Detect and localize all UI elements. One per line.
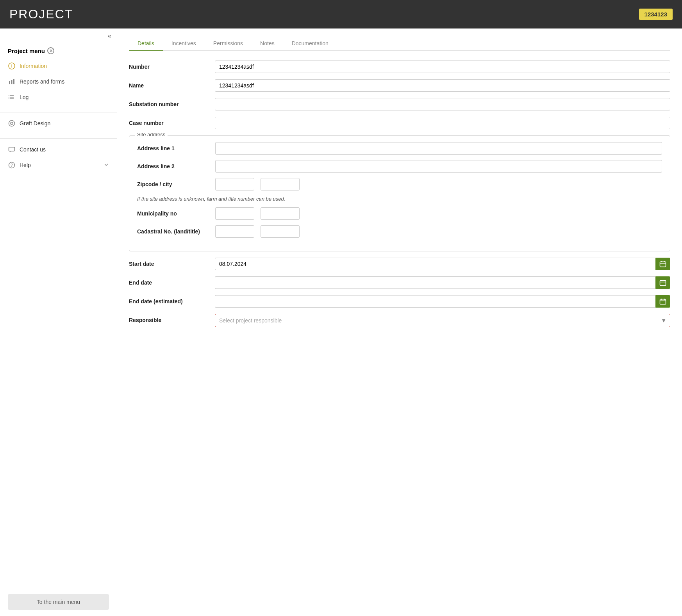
project-menu-header: Project menu ✕ — [0, 43, 117, 58]
number-input[interactable] — [215, 61, 670, 73]
project-id-badge: 1234123 — [639, 9, 673, 20]
address1-input[interactable] — [215, 142, 662, 155]
tab-permissions[interactable]: Permissions — [205, 36, 252, 51]
sidebar-divider-2 — [0, 138, 117, 139]
municipality-input2[interactable] — [261, 207, 300, 220]
message-icon — [8, 146, 16, 153]
name-input[interactable] — [215, 79, 670, 92]
project-menu-close-icon[interactable]: ✕ — [47, 47, 54, 54]
svg-rect-4 — [13, 79, 14, 84]
end-date-calendar-button[interactable] — [655, 276, 670, 289]
end-date-input[interactable] — [215, 276, 655, 289]
main-layout: « Project menu ✕ i Information — [0, 28, 682, 616]
zipcode-input[interactable] — [215, 178, 254, 190]
app-title: PROJECT — [9, 7, 73, 21]
cadastral-row: Cadastral No. (land/title) — [137, 225, 662, 238]
chevron-down-icon — [104, 162, 109, 169]
address1-label: Address line 1 — [137, 142, 215, 151]
sidebar-item-information-label: Information — [20, 63, 47, 69]
sidebar-item-contact-label: Contact us — [20, 146, 46, 153]
end-date-label: End date — [129, 276, 215, 286]
content-area: Details Incentives Permissions Notes Doc… — [117, 28, 682, 616]
responsible-select[interactable]: Select project responsible — [215, 314, 670, 327]
svg-point-12 — [11, 122, 13, 125]
tab-documentation[interactable]: Documentation — [283, 36, 337, 51]
info-icon: i — [8, 62, 16, 70]
question-icon: ? — [8, 161, 16, 169]
end-date-estimated-wrapper — [215, 295, 670, 308]
sidebar-item-information[interactable]: i Information — [0, 58, 117, 74]
svg-point-8 — [9, 95, 9, 96]
sidebar-item-help-label: Help — [20, 162, 31, 168]
start-date-calendar-button[interactable] — [655, 258, 670, 270]
cadastral-input2[interactable] — [261, 225, 300, 238]
secondary-menu-section: Grøft Design — [0, 116, 117, 135]
bottom-menu-section: Contact us ? Help — [0, 142, 117, 177]
svg-point-11 — [9, 121, 15, 126]
svg-rect-13 — [9, 147, 15, 151]
sidebar-item-reports-forms[interactable]: Reports and forms — [0, 74, 117, 89]
zipcode-label: Zipcode / city — [137, 178, 215, 187]
tab-details[interactable]: Details — [129, 36, 163, 51]
tab-incentives[interactable]: Incentives — [163, 36, 205, 51]
sidebar-bottom: To the main menu — [0, 588, 117, 616]
tab-notes[interactable]: Notes — [252, 36, 283, 51]
substation-label: Substation number — [129, 98, 215, 107]
svg-text:?: ? — [11, 163, 13, 167]
sidebar-item-log-label: Log — [20, 94, 29, 100]
svg-rect-2 — [9, 81, 10, 84]
end-date-estimated-calendar-button[interactable] — [655, 295, 670, 308]
svg-point-10 — [9, 98, 9, 99]
start-date-input[interactable] — [215, 258, 655, 270]
circle-icon — [8, 119, 16, 127]
svg-rect-3 — [11, 80, 12, 84]
substation-row: Substation number — [129, 98, 670, 110]
responsible-select-wrapper: Select project responsible ▼ — [215, 314, 670, 327]
app-header: PROJECT 1234123 — [0, 0, 682, 28]
municipality-label: Municipality no — [137, 207, 215, 217]
site-address-section: Site address Address line 1 Address line… — [129, 135, 670, 251]
sidebar: « Project menu ✕ i Information — [0, 28, 117, 616]
address2-row: Address line 2 — [137, 160, 662, 173]
case-number-row: Case number — [129, 117, 670, 129]
substation-input[interactable] — [215, 98, 670, 110]
address2-input[interactable] — [215, 160, 662, 173]
responsible-row: Responsible Select project responsible ▼ — [129, 314, 670, 327]
address2-label: Address line 2 — [137, 160, 215, 169]
number-row: Number — [129, 61, 670, 73]
sidebar-item-contact-us[interactable]: Contact us — [0, 142, 117, 157]
cadastral-label: Cadastral No. (land/title) — [137, 225, 215, 235]
sidebar-item-grøft-design-label: Grøft Design — [20, 120, 50, 126]
svg-rect-16 — [660, 262, 666, 267]
zipcode-row: Zipcode / city — [137, 178, 662, 190]
sidebar-item-log[interactable]: Log — [0, 89, 117, 105]
end-date-row: End date — [129, 276, 670, 289]
city-input[interactable] — [261, 178, 300, 190]
svg-point-9 — [9, 97, 9, 98]
svg-rect-24 — [660, 299, 666, 304]
start-date-row: Start date — [129, 258, 670, 270]
sidebar-divider-1 — [0, 112, 117, 112]
end-date-estimated-label: End date (estimated) — [129, 295, 215, 304]
municipality-row: Municipality no — [137, 207, 662, 220]
cadastral-input1[interactable] — [215, 225, 254, 238]
sidebar-item-help[interactable]: ? Help — [0, 157, 117, 173]
end-date-estimated-row: End date (estimated) — [129, 295, 670, 308]
list-icon — [8, 93, 16, 101]
start-date-wrapper — [215, 258, 670, 270]
responsible-label: Responsible — [129, 314, 215, 323]
case-number-input[interactable] — [215, 117, 670, 129]
number-label: Number — [129, 61, 215, 70]
svg-rect-20 — [660, 281, 666, 286]
end-date-wrapper — [215, 276, 670, 289]
end-date-estimated-input[interactable] — [215, 295, 655, 308]
municipality-input1[interactable] — [215, 207, 254, 220]
site-address-legend: Site address — [135, 132, 168, 137]
main-menu-button[interactable]: To the main menu — [8, 594, 109, 610]
sidebar-item-grøft-design[interactable]: Grøft Design — [0, 116, 117, 131]
sidebar-collapse-button[interactable]: « — [0, 28, 117, 43]
address1-row: Address line 1 — [137, 142, 662, 155]
project-menu-section: Project menu ✕ i Information — [0, 43, 117, 109]
tabs: Details Incentives Permissions Notes Doc… — [129, 36, 670, 51]
bar-chart-icon — [8, 78, 16, 85]
